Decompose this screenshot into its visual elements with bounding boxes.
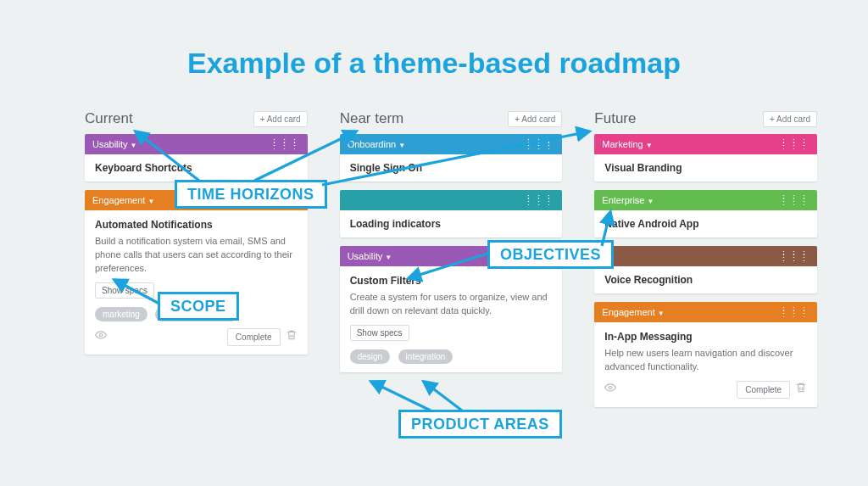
annotation-arrows: [0, 0, 868, 486]
